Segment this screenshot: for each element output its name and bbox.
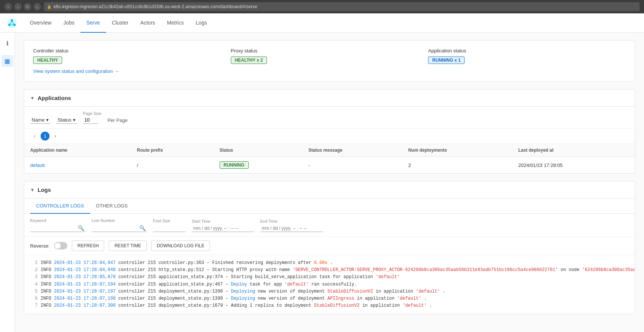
status-select-chevron: ▾ (73, 117, 76, 123)
line-number-search-icon[interactable]: 🔍 (139, 225, 146, 231)
applications-header[interactable]: ▼ Applications (24, 90, 635, 107)
log-filters: Keyword 🔍 Line Number 🔍 Font Size (24, 214, 635, 237)
controller-status-badge: HEALTHY (33, 57, 62, 64)
reset-time-button[interactable]: RESET TIME (109, 241, 147, 251)
home-button[interactable]: ⌂ (34, 3, 41, 10)
nav-metrics[interactable]: Metrics (161, 13, 190, 33)
svg-point-1 (11, 19, 13, 22)
log-num-2: 2 (30, 267, 38, 274)
page-size-label: Page Size (83, 111, 102, 116)
end-time-input[interactable] (262, 226, 321, 231)
log-num-1: 1 (30, 260, 38, 267)
browser-bar: ‹ › ↻ ⌂ 🔒 k8s-ingressn-ingressn-a21c3b42… (0, 0, 644, 13)
lock-icon: 🔒 (47, 5, 51, 9)
prev-page-button[interactable]: ‹ (30, 132, 39, 141)
col-status: Status (214, 144, 303, 157)
refresh-button[interactable]: REFRESH (72, 241, 104, 251)
keyword-search-icon[interactable]: 🔍 (78, 225, 84, 231)
cell-num-deployments: 2 (402, 157, 513, 174)
start-time-label: Start Time (192, 219, 254, 223)
download-log-button[interactable]: DOWNLOAD LOG FILE (151, 241, 210, 251)
next-page-button[interactable]: › (51, 132, 60, 141)
app-nav: Overview Jobs Serve Cluster Actors Metri… (0, 13, 644, 33)
log-line-7: 7 INFO 2024-01-23 17:28:07,300 controlle… (30, 302, 629, 309)
log-line-2: 2 INFO 2024-01-23 17:28:04,948 controlle… (30, 267, 629, 274)
view-system-link[interactable]: View system status and configuration → (33, 68, 119, 74)
logs-chevron: ▼ (30, 187, 35, 193)
tab-other-logs[interactable]: OTHER LOGS (90, 199, 134, 214)
log-num-3: 3 (30, 274, 38, 281)
end-time-label: End Time (260, 219, 323, 223)
applications-title: Applications (38, 95, 71, 101)
nav-jobs[interactable]: Jobs (57, 13, 80, 33)
table-head: Application name Route prefix Status Sta… (24, 144, 635, 157)
name-filter-group: Name ▾ (30, 116, 50, 124)
page-size-input[interactable] (83, 116, 98, 124)
url-bar[interactable]: 🔒 k8s-ingressn-ingressn-a21c3b42ab-c831c… (44, 2, 640, 11)
proxy-status-section: Proxy status HEALTHY x 2 (231, 48, 428, 64)
per-page-label: Per Page (108, 117, 128, 124)
table-header-row: Application name Route prefix Status Sta… (24, 144, 635, 157)
font-size-input[interactable] (154, 225, 184, 231)
name-select[interactable]: Name ▾ (30, 116, 50, 124)
browser-controls: ‹ › ↻ ⌂ (4, 3, 41, 10)
nav-logo (6, 17, 18, 29)
sidebar-icon-grid[interactable]: ▦ (1, 55, 13, 67)
status-select[interactable]: Status ▾ (56, 116, 77, 124)
log-num-4: 4 (30, 281, 38, 288)
start-time-input[interactable] (193, 226, 253, 231)
table-row: default / RUNNING - 2 2024/01/23 17:28:0… (24, 157, 635, 174)
nav-cluster[interactable]: Cluster (106, 13, 134, 33)
page-size-group: Page Size (83, 111, 102, 124)
end-time-input-wrap (260, 225, 323, 232)
logs-header[interactable]: ▼ Logs (24, 181, 635, 199)
start-time-input-wrap (192, 225, 254, 232)
applications-chevron: ▼ (30, 96, 35, 101)
col-status-message: Status message (303, 144, 402, 157)
cell-route-prefix: / (131, 157, 214, 174)
log-line-6: 6 INFO 2024-01-23 17:28:07,198 controlle… (30, 295, 629, 302)
applications-section: ▼ Applications Name ▾ Status ▾ (24, 89, 635, 174)
layout: ℹ ▦ Controller status HEALTHY Proxy stat… (0, 33, 644, 332)
app-status-section: Application status RUNNING x 1 (428, 48, 626, 64)
forward-button[interactable]: › (14, 3, 22, 10)
proxy-status-label: Proxy status (231, 48, 428, 54)
end-time-filter-group: End Time (260, 219, 323, 232)
controller-status-label: Controller status (33, 48, 231, 54)
page-1-button[interactable]: 1 (41, 132, 50, 141)
back-button[interactable]: ‹ (4, 3, 12, 10)
nav-serve[interactable]: Serve (80, 13, 106, 33)
refresh-button[interactable]: ↻ (24, 3, 31, 10)
font-size-input-wrap (153, 225, 186, 232)
line-number-input[interactable] (93, 225, 138, 231)
col-last-deployed: Last deployed at (512, 144, 635, 157)
status-row: Controller status HEALTHY Proxy status H… (33, 48, 626, 64)
url-text: k8s-ingressn-ingressn-a21c3b42ab-c831cc8… (54, 4, 257, 9)
keyword-filter-group: Keyword 🔍 (30, 218, 86, 232)
start-time-filter-group: Start Time (192, 219, 254, 232)
nav-actors[interactable]: Actors (134, 13, 161, 33)
log-output: 1 INFO 2024-01-23 17:28:04,947 controlle… (24, 255, 635, 314)
logs-tabs: CONTROLLER LOGS OTHER LOGS (24, 199, 635, 214)
sidebar-icon-info[interactable]: ℹ (1, 37, 13, 49)
table-body: default / RUNNING - 2 2024/01/23 17:28:0… (24, 157, 635, 174)
keyword-input-wrap: 🔍 (30, 224, 86, 232)
keyword-input[interactable] (32, 225, 76, 231)
nav-overview[interactable]: Overview (24, 13, 57, 33)
col-route-prefix: Route prefix (131, 144, 214, 157)
log-num-6: 6 (30, 295, 38, 302)
row-status-badge: RUNNING (220, 161, 249, 169)
reverse-toggle[interactable] (54, 242, 67, 249)
cell-status-message: - (303, 157, 402, 174)
line-number-input-wrap: 🔍 (92, 224, 147, 232)
nav-logs[interactable]: Logs (190, 13, 213, 33)
log-line-3: 3 INFO 2024-01-23 17:28:05,870 controlle… (30, 274, 629, 281)
name-select-chevron: ▾ (46, 117, 49, 123)
tab-controller-logs[interactable]: CONTROLLER LOGS (30, 199, 90, 214)
app-name-link[interactable]: default (30, 162, 45, 168)
status-select-label: Status (58, 117, 71, 123)
cell-status: RUNNING (214, 157, 303, 174)
status-filter-group: Status ▾ (56, 116, 77, 124)
app-status-label: Application status (428, 48, 626, 54)
log-line-5: 5 INFO 2024-01-23 17:28:07,197 controlle… (30, 288, 629, 295)
